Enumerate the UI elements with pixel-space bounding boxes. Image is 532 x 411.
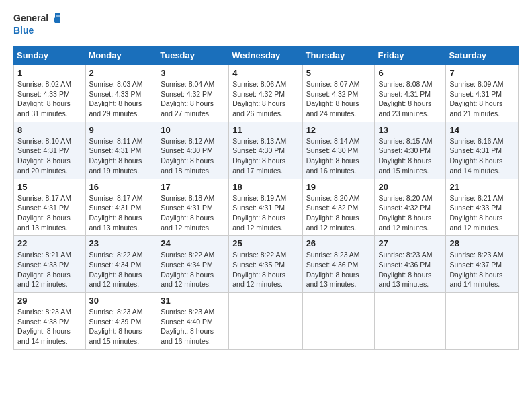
calendar-cell-29: 29 Sunrise: 8:23 AM Sunset: 4:38 PM Dayl… <box>14 293 86 350</box>
calendar-cell-1: 1 Sunrise: 8:02 AM Sunset: 4:33 PM Dayli… <box>14 65 86 122</box>
calendar: SundayMondayTuesdayWednesdayThursdayFrid… <box>13 46 519 350</box>
day-info: Sunrise: 8:23 AM Sunset: 4:40 PM Dayligh… <box>161 308 214 345</box>
day-number: 18 <box>232 182 298 192</box>
empty-cell <box>302 293 375 350</box>
day-number: 19 <box>306 182 371 192</box>
empty-cell <box>229 293 302 350</box>
calendar-cell-23: 23 Sunrise: 8:22 AM Sunset: 4:34 PM Dayl… <box>85 236 157 293</box>
day-info: Sunrise: 8:23 AM Sunset: 4:38 PM Dayligh… <box>17 308 71 345</box>
calendar-cell-10: 10 Sunrise: 8:12 AM Sunset: 4:30 PM Dayl… <box>157 122 229 179</box>
calendar-cell-11: 11 Sunrise: 8:13 AM Sunset: 4:30 PM Dayl… <box>229 122 302 179</box>
day-number: 1 <box>17 68 82 78</box>
day-number: 17 <box>161 182 225 192</box>
day-number: 4 <box>232 68 298 78</box>
day-number: 6 <box>378 68 442 78</box>
logo: General Blue <box>13 11 60 39</box>
calendar-cell-28: 28 Sunrise: 8:23 AM Sunset: 4:37 PM Dayl… <box>446 236 519 293</box>
calendar-cell-31: 31 Sunrise: 8:23 AM Sunset: 4:40 PM Dayl… <box>157 293 229 350</box>
day-info: Sunrise: 8:07 AM Sunset: 4:32 PM Dayligh… <box>306 80 360 118</box>
calendar-cell-19: 19 Sunrise: 8:20 AM Sunset: 4:32 PM Dayl… <box>302 179 375 236</box>
calendar-cell-3: 3 Sunrise: 8:04 AM Sunset: 4:32 PM Dayli… <box>157 65 229 122</box>
day-info: Sunrise: 8:22 AM Sunset: 4:35 PM Dayligh… <box>232 250 286 288</box>
day-info: Sunrise: 8:21 AM Sunset: 4:33 PM Dayligh… <box>449 194 503 232</box>
calendar-cell-21: 21 Sunrise: 8:21 AM Sunset: 4:33 PM Dayl… <box>446 179 519 236</box>
day-number: 20 <box>378 182 442 192</box>
day-number: 13 <box>378 125 442 135</box>
day-number: 23 <box>89 238 154 248</box>
day-info: Sunrise: 8:16 AM Sunset: 4:31 PM Dayligh… <box>449 137 503 175</box>
day-info: Sunrise: 8:14 AM Sunset: 4:30 PM Dayligh… <box>306 137 360 175</box>
calendar-cell-15: 15 Sunrise: 8:17 AM Sunset: 4:31 PM Dayl… <box>14 179 86 236</box>
day-number: 15 <box>17 182 82 192</box>
calendar-cell-17: 17 Sunrise: 8:18 AM Sunset: 4:31 PM Dayl… <box>157 179 229 236</box>
day-info: Sunrise: 8:15 AM Sunset: 4:30 PM Dayligh… <box>378 137 432 175</box>
calendar-cell-4: 4 Sunrise: 8:06 AM Sunset: 4:32 PM Dayli… <box>229 65 302 122</box>
day-info: Sunrise: 8:23 AM Sunset: 4:39 PM Dayligh… <box>89 308 143 345</box>
weekday-header-saturday: Saturday <box>446 46 519 65</box>
svg-text:Blue: Blue <box>13 25 34 36</box>
day-number: 7 <box>449 68 515 78</box>
day-info: Sunrise: 8:22 AM Sunset: 4:34 PM Dayligh… <box>161 250 214 288</box>
day-info: Sunrise: 8:08 AM Sunset: 4:31 PM Dayligh… <box>378 80 432 118</box>
day-number: 16 <box>89 182 154 192</box>
day-info: Sunrise: 8:06 AM Sunset: 4:32 PM Dayligh… <box>232 80 286 118</box>
day-info: Sunrise: 8:10 AM Sunset: 4:31 PM Dayligh… <box>17 137 71 175</box>
day-number: 29 <box>17 295 82 306</box>
calendar-cell-22: 22 Sunrise: 8:21 AM Sunset: 4:33 PM Dayl… <box>14 236 86 293</box>
day-number: 27 <box>378 238 442 248</box>
day-number: 10 <box>161 125 225 135</box>
day-info: Sunrise: 8:22 AM Sunset: 4:34 PM Dayligh… <box>89 250 143 288</box>
day-number: 11 <box>232 125 298 135</box>
weekday-header-monday: Monday <box>85 46 157 65</box>
weekday-header-wednesday: Wednesday <box>229 46 302 65</box>
calendar-cell-18: 18 Sunrise: 8:19 AM Sunset: 4:31 PM Dayl… <box>229 179 302 236</box>
day-number: 28 <box>449 238 515 248</box>
day-info: Sunrise: 8:17 AM Sunset: 4:31 PM Dayligh… <box>17 194 71 232</box>
day-number: 3 <box>161 68 225 78</box>
calendar-cell-9: 9 Sunrise: 8:11 AM Sunset: 4:31 PM Dayli… <box>85 122 157 179</box>
calendar-cell-5: 5 Sunrise: 8:07 AM Sunset: 4:32 PM Dayli… <box>302 65 375 122</box>
day-number: 25 <box>232 238 298 248</box>
calendar-cell-20: 20 Sunrise: 8:20 AM Sunset: 4:32 PM Dayl… <box>375 179 446 236</box>
empty-cell <box>375 293 446 350</box>
day-number: 12 <box>306 125 371 135</box>
calendar-cell-8: 8 Sunrise: 8:10 AM Sunset: 4:31 PM Dayli… <box>14 122 86 179</box>
calendar-cell-30: 30 Sunrise: 8:23 AM Sunset: 4:39 PM Dayl… <box>85 293 157 350</box>
weekday-header-sunday: Sunday <box>14 46 86 65</box>
day-info: Sunrise: 8:12 AM Sunset: 4:30 PM Dayligh… <box>161 137 214 175</box>
calendar-cell-6: 6 Sunrise: 8:08 AM Sunset: 4:31 PM Dayli… <box>375 65 446 122</box>
day-number: 5 <box>306 68 371 78</box>
calendar-cell-26: 26 Sunrise: 8:23 AM Sunset: 4:36 PM Dayl… <box>302 236 375 293</box>
logo-svg: General Blue <box>13 11 60 39</box>
day-info: Sunrise: 8:19 AM Sunset: 4:31 PM Dayligh… <box>232 194 286 232</box>
weekday-header-thursday: Thursday <box>302 46 375 65</box>
day-info: Sunrise: 8:09 AM Sunset: 4:31 PM Dayligh… <box>449 80 503 118</box>
day-info: Sunrise: 8:18 AM Sunset: 4:31 PM Dayligh… <box>161 194 214 232</box>
weekday-header-friday: Friday <box>375 46 446 65</box>
calendar-cell-14: 14 Sunrise: 8:16 AM Sunset: 4:31 PM Dayl… <box>446 122 519 179</box>
day-info: Sunrise: 8:21 AM Sunset: 4:33 PM Dayligh… <box>17 250 71 288</box>
calendar-cell-7: 7 Sunrise: 8:09 AM Sunset: 4:31 PM Dayli… <box>446 65 519 122</box>
day-number: 26 <box>306 238 371 248</box>
day-info: Sunrise: 8:23 AM Sunset: 4:36 PM Dayligh… <box>378 250 432 288</box>
day-info: Sunrise: 8:20 AM Sunset: 4:32 PM Dayligh… <box>378 194 432 232</box>
day-number: 31 <box>161 295 225 306</box>
day-info: Sunrise: 8:13 AM Sunset: 4:30 PM Dayligh… <box>232 137 286 175</box>
calendar-cell-13: 13 Sunrise: 8:15 AM Sunset: 4:30 PM Dayl… <box>375 122 446 179</box>
day-info: Sunrise: 8:11 AM Sunset: 4:31 PM Dayligh… <box>89 137 143 175</box>
svg-text:General: General <box>13 13 48 24</box>
day-number: 9 <box>89 125 154 135</box>
calendar-cell-16: 16 Sunrise: 8:17 AM Sunset: 4:31 PM Dayl… <box>85 179 157 236</box>
day-number: 2 <box>89 68 154 78</box>
day-number: 24 <box>161 238 225 248</box>
day-info: Sunrise: 8:17 AM Sunset: 4:31 PM Dayligh… <box>89 194 143 232</box>
calendar-cell-27: 27 Sunrise: 8:23 AM Sunset: 4:36 PM Dayl… <box>375 236 446 293</box>
calendar-cell-12: 12 Sunrise: 8:14 AM Sunset: 4:30 PM Dayl… <box>302 122 375 179</box>
day-info: Sunrise: 8:02 AM Sunset: 4:33 PM Dayligh… <box>17 80 71 118</box>
day-info: Sunrise: 8:23 AM Sunset: 4:36 PM Dayligh… <box>306 250 360 288</box>
calendar-cell-25: 25 Sunrise: 8:22 AM Sunset: 4:35 PM Dayl… <box>229 236 302 293</box>
day-info: Sunrise: 8:03 AM Sunset: 4:33 PM Dayligh… <box>89 80 143 118</box>
day-number: 30 <box>89 295 154 306</box>
day-info: Sunrise: 8:04 AM Sunset: 4:32 PM Dayligh… <box>161 80 214 118</box>
calendar-cell-24: 24 Sunrise: 8:22 AM Sunset: 4:34 PM Dayl… <box>157 236 229 293</box>
